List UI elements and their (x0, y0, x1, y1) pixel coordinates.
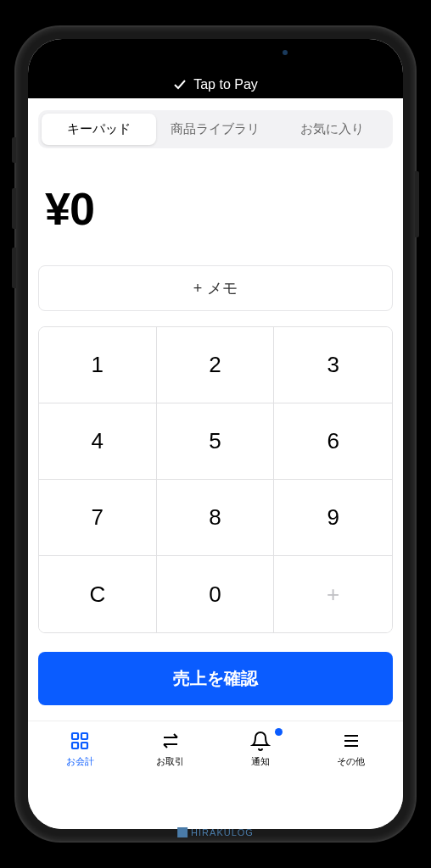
key-clear[interactable]: C (39, 556, 157, 632)
nav-notifications[interactable]: 通知 (216, 730, 306, 768)
tab-favorites[interactable]: お気に入り (275, 114, 389, 145)
tab-favorites-label: お気に入り (300, 121, 364, 136)
add-memo-button[interactable]: + メモ (38, 265, 393, 311)
nav-more-label: その他 (337, 755, 365, 768)
tab-keypad[interactable]: キーパッド (42, 114, 156, 145)
svg-rect-0 (72, 733, 78, 739)
front-camera-icon (283, 50, 288, 55)
svg-rect-1 (81, 733, 87, 739)
key-1[interactable]: 1 (39, 327, 157, 403)
key-0[interactable]: 0 (157, 556, 275, 632)
nav-transactions[interactable]: お取引 (126, 730, 216, 768)
grid-icon (69, 730, 91, 752)
memo-label: メモ (207, 278, 238, 298)
key-3[interactable]: 3 (274, 327, 392, 403)
tap-to-pay-label: Tap to Pay (193, 77, 258, 92)
tab-library-label: 商品ライブラリ (171, 121, 260, 136)
amount-display: ¥0 (45, 182, 386, 235)
key-4[interactable]: 4 (39, 403, 157, 480)
key-8[interactable]: 8 (157, 480, 275, 556)
tab-keypad-label: キーパッド (67, 121, 131, 136)
svg-rect-3 (81, 743, 87, 748)
phone-side-button-right (415, 171, 419, 237)
key-7[interactable]: 7 (39, 480, 157, 556)
bell-icon (249, 730, 271, 752)
phone-frame: Tap to Pay キーパッド 商品ライブラリ お気に入り ¥0 + メモ 1… (16, 27, 415, 841)
key-6[interactable]: 6 (274, 403, 392, 480)
phone-side-buttons-left (12, 137, 16, 307)
svg-rect-2 (72, 743, 78, 748)
key-9[interactable]: 9 (274, 480, 392, 556)
watermark: HIRAKULOG (177, 827, 254, 837)
menu-icon (340, 730, 362, 752)
nav-more[interactable]: その他 (306, 730, 397, 768)
notch-area (28, 39, 403, 71)
watermark-label: HIRAKULOG (191, 827, 254, 837)
key-2[interactable]: 2 (157, 327, 275, 403)
content: キーパッド 商品ライブラリ お気に入り ¥0 + メモ 1 2 3 4 5 6 … (28, 98, 403, 829)
key-plus[interactable]: + (274, 556, 392, 632)
tab-bar: キーパッド 商品ライブラリ お気に入り (38, 110, 393, 148)
bottom-nav: お会計 お取引 通知 (28, 721, 403, 783)
nav-checkout[interactable]: お会計 (35, 730, 126, 768)
screen: Tap to Pay キーパッド 商品ライブラリ お気に入り ¥0 + メモ 1… (28, 39, 403, 829)
key-5[interactable]: 5 (157, 403, 275, 480)
watermark-icon (177, 827, 188, 837)
transfer-icon (160, 730, 182, 752)
notch (126, 39, 305, 66)
nav-transactions-label: お取引 (156, 755, 184, 768)
nav-checkout-label: お会計 (66, 755, 94, 768)
tab-library[interactable]: 商品ライブラリ (158, 114, 272, 145)
plus-icon: + (193, 280, 203, 298)
notification-badge-icon (275, 728, 283, 736)
keypad: 1 2 3 4 5 6 7 8 9 C 0 + (38, 326, 393, 633)
confirm-sale-button[interactable]: 売上を確認 (38, 652, 393, 705)
confirm-label: 売上を確認 (173, 669, 258, 687)
nav-notifications-label: 通知 (251, 755, 270, 768)
status-bar: Tap to Pay (28, 71, 403, 98)
checkmark-icon (173, 78, 187, 92)
amount-area: ¥0 (28, 148, 403, 265)
